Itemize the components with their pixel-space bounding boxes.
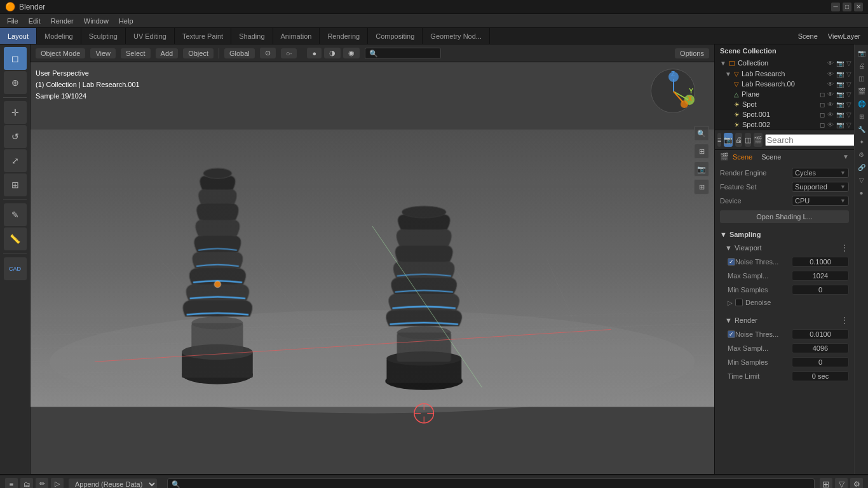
menu-window[interactable]: Window [79,16,113,26]
move-tool[interactable]: ✛ [4,101,27,124]
pis-world-btn[interactable]: 🌐 [856,98,867,109]
close-button[interactable]: ✕ [854,3,863,11]
menu-file[interactable]: File [3,16,23,26]
camera-btn[interactable]: 📷 [694,161,709,177]
max-samples-value[interactable]: 1024 [792,271,849,281]
ab-filter-btn[interactable]: ▽ [835,478,848,489]
measure-tool[interactable]: 📏 [4,227,27,250]
props-view-layer-btn[interactable]: ◫ [745,133,751,147]
noise-thresh-checkbox[interactable]: ✓ [728,258,735,266]
annotate-tool[interactable]: ✎ [4,203,27,226]
spot-row[interactable]: ☀ Spot ◻ 👁 📷 ▽ [715,99,854,109]
transform-tool[interactable]: ⊞ [4,173,27,196]
tab-shading[interactable]: Shading [231,28,273,44]
spot-cam[interactable]: 📷 [836,101,844,108]
props-output-btn[interactable]: 🖨 [735,133,742,147]
pis-data-btn[interactable]: ▽ [856,174,867,186]
viewport-options-button[interactable]: Options [675,48,709,58]
scene-expand-btn[interactable]: ▼ [843,153,849,160]
pis-render-btn[interactable]: 📷 [856,47,867,58]
pis-view-layer-btn[interactable]: ◫ [856,72,867,84]
grid-btn[interactable]: ⊞ [694,179,709,194]
ab-grid-btn[interactable]: ⊞ [820,478,832,489]
lr-cam[interactable]: 📷 [836,71,844,78]
device-dropdown[interactable]: CPU ▼ [792,196,849,206]
pis-output-btn[interactable]: 🖨 [856,60,867,71]
scale-tool[interactable]: ⤢ [4,149,27,172]
cad-tool[interactable]: CAD [4,257,27,280]
open-shading-button[interactable]: Open Shading L... [720,210,849,223]
spot002-cam[interactable]: 📷 [836,121,844,128]
ab-settings-btn[interactable]: ⚙ [850,478,863,489]
zoom-to-fit-btn[interactable]: ⊞ [694,144,709,159]
plane-row[interactable]: △ Plane ◻ 👁 📷 ▽ [715,89,854,99]
lr-filter[interactable]: ▽ [846,71,851,78]
viewport-shading-material[interactable]: ◑ [324,48,341,58]
render-max-samples-value[interactable]: 4096 [792,343,849,353]
ab-menu-btn[interactable]: ≡ [5,478,18,489]
lab-research-00-row[interactable]: ▽ Lab Research.00 👁 📷 ▽ [715,79,854,89]
menu-help[interactable]: Help [114,16,138,26]
spot002-filter[interactable]: ▽ [846,121,851,128]
tab-sculpting[interactable]: Sculpting [81,28,126,44]
ab-select-btn[interactable]: ▷ [51,478,64,489]
noise-thresh-value[interactable]: 0.1000 [792,257,849,267]
asset-dropdown[interactable]: Append (Reuse Data) Link [69,478,157,489]
render-noise-checkbox[interactable]: ✓ [728,330,735,338]
ab-edit-btn[interactable]: ✏ [36,478,48,489]
min-samples-value[interactable]: 0 [792,285,849,295]
plane-filter[interactable]: ▽ [846,91,851,98]
maximize-button[interactable]: □ [843,3,851,11]
spot-vis[interactable]: 👁 [827,101,834,108]
tab-layout[interactable]: Layout [0,28,37,44]
render-noise-value[interactable]: 0.0100 [792,329,849,339]
zoom-in-btn[interactable]: 🔍 [694,126,709,141]
viewport-menu-btn[interactable]: ⋮ [840,243,849,253]
pis-modifier-btn[interactable]: 🔧 [856,123,867,135]
pis-particles-btn[interactable]: ✦ [856,136,867,147]
pis-scene-btn[interactable]: 🎬 [856,85,867,97]
props-outliner-btn[interactable]: ≡ [717,133,721,147]
snap-button[interactable]: ⊙ [260,48,276,58]
proportional-button[interactable]: ○· [281,48,297,58]
collection-vis-icon[interactable]: 👁 [827,60,834,67]
viewport-search[interactable] [365,48,441,59]
cursor-tool[interactable]: ⊕ [4,71,27,94]
viewport-shading-rendered[interactable]: ◉ [343,48,360,58]
render-menu-btn[interactable]: ⋮ [840,315,849,325]
menu-render[interactable]: Render [46,16,78,26]
plane-vis[interactable]: 👁 [827,91,834,98]
spot001-vis[interactable]: 👁 [827,111,834,118]
rotate-tool[interactable]: ↺ [4,125,27,148]
sampling-header[interactable]: ▼ Sampling [720,228,849,241]
viewport-shading-solid[interactable]: ● [307,48,322,58]
tab-rendering[interactable]: Rendering [320,28,368,44]
render-sub-header[interactable]: ▼ Render ⋮ [720,313,849,327]
add-button[interactable]: Add [156,48,179,58]
lr00-filter[interactable]: ▽ [846,81,851,88]
tab-animation[interactable]: Animation [273,28,320,44]
spot001-filter[interactable]: ▽ [846,111,851,118]
lab-research-row[interactable]: ▼ ▽ Lab Research 👁 📷 ▽ [715,69,854,79]
object-mode-button[interactable]: Object Mode [36,48,85,58]
render-engine-dropdown[interactable]: Cycles ▼ [792,168,849,178]
collection-filter-icon[interactable]: ▽ [846,60,851,67]
pis-object-btn[interactable]: ⊞ [856,111,867,122]
spot-filter[interactable]: ▽ [846,101,851,108]
props-scene-btn[interactable]: 🎬 [754,133,763,147]
gizmo-circle[interactable]: Z Y X [651,69,695,113]
tab-uv-editing[interactable]: UV Editing [126,28,175,44]
lr-vis[interactable]: 👁 [827,71,834,78]
tab-geometry-nodes[interactable]: Geometry Nod... [423,28,490,44]
lr00-vis[interactable]: 👁 [827,81,834,88]
spot002-row[interactable]: ☀ Spot.002 ◻ 👁 📷 ▽ [715,119,854,130]
tab-compositing[interactable]: Compositing [368,28,423,44]
plane-cam[interactable]: 📷 [836,91,844,98]
render-min-samples-value[interactable]: 0 [792,357,849,367]
collection-cam-icon[interactable]: 📷 [836,60,844,67]
spot001-row[interactable]: ☀ Spot.001 ◻ 👁 📷 ▽ [715,109,854,119]
asset-search-input[interactable] [167,478,815,489]
view-button[interactable]: View [90,48,116,58]
tab-texture-paint[interactable]: Texture Paint [175,28,231,44]
minimize-button[interactable]: ─ [831,3,840,11]
